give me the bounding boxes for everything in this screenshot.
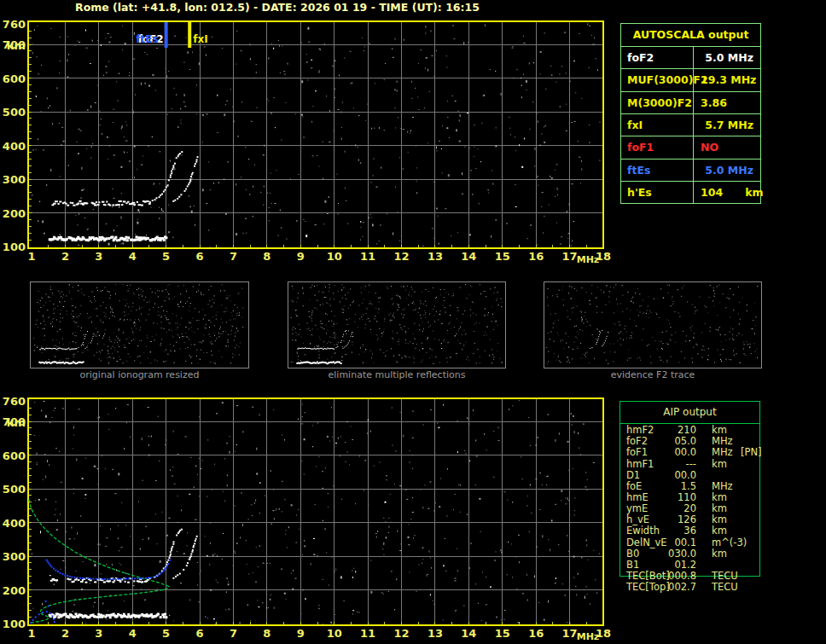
panel-eliminate-reflections <box>288 281 506 368</box>
aip-table-header: AIP output <box>620 402 759 424</box>
panel-caption-eliminate: eliminate multiple reflections <box>288 369 506 380</box>
svg-text:14: 14 <box>461 627 476 640</box>
autoscala-row-label: ftEs <box>627 160 650 182</box>
svg-text:500: 500 <box>3 106 26 119</box>
autoscala-row-ftEs: ftEs5.0 MHz <box>621 159 760 182</box>
aip-row-ymE: ymE20km <box>620 503 760 514</box>
svg-text:300: 300 <box>3 173 26 186</box>
aip-row-unit: km <box>712 492 727 503</box>
svg-text:17: 17 <box>562 250 578 263</box>
svg-text:12: 12 <box>393 250 409 263</box>
ionogram-trace <box>49 529 198 619</box>
svg-text:15: 15 <box>495 250 510 263</box>
panel-caption-evidence: evidence F2 trace <box>544 369 762 380</box>
svg-text:6: 6 <box>196 250 204 263</box>
autoscala-row-value: 3.86 <box>695 92 760 114</box>
axis-labels: 123456789101112131415161718MHz7607006005… <box>3 18 611 265</box>
panel-eliminate-reflections-image <box>288 282 503 366</box>
aip-row-val: --- <box>643 459 696 470</box>
svg-text:100: 100 <box>3 241 26 253</box>
svg-text:8: 8 <box>263 250 270 263</box>
svg-text:1: 1 <box>27 250 35 263</box>
aip-row-B0: B0030.0km <box>620 548 760 560</box>
aip-row-TEC[Top]: TEC[Top]002.7TECU <box>620 582 760 593</box>
aip-row-unit: MHz <box>712 481 733 492</box>
autoscala-row-value: 104 km <box>695 182 760 204</box>
aip-row-unit: m^(-3) <box>712 537 747 548</box>
aip-row-hmF2: hmF2210km <box>620 425 760 436</box>
svg-text:4: 4 <box>129 627 137 640</box>
aip-row-val: 00.0 <box>643 470 696 481</box>
aip-row-val: 210 <box>643 425 696 436</box>
aip-row-val: 1.5 <box>643 481 696 492</box>
autoscala-row-foF1: foF1NO <box>621 136 760 159</box>
svg-text:200: 200 <box>3 584 26 597</box>
aip-row-B1: B101.2 <box>620 560 760 571</box>
aip-row-unit: km <box>712 548 727 560</box>
aip-row-unit: km <box>712 514 727 525</box>
aip-row-val: 36 <box>643 525 696 537</box>
svg-text:13: 13 <box>428 627 443 640</box>
fxI-marker-label: fxI <box>193 33 207 45</box>
svg-text:500: 500 <box>3 483 26 496</box>
autoscala-row-MUF(3000)F2: MUF(3000)F219.3 MHz <box>621 68 760 91</box>
thumbnail-trace <box>296 330 352 364</box>
grid <box>29 22 602 247</box>
x-axis-unit: MHz <box>577 631 600 642</box>
thumbnail-noise <box>33 284 243 364</box>
aip-row-h_vE: h_vE126km <box>620 514 760 525</box>
svg-text:9: 9 <box>297 250 305 263</box>
aip-row-val: 002.7 <box>643 582 696 593</box>
aip-row-val: 126 <box>643 514 696 525</box>
panel-original-ionogram-image <box>31 282 247 366</box>
thumbnail-trace <box>38 331 94 364</box>
autoscala-row-value: 19.3 MHz <box>695 69 760 91</box>
bottom-ionogram-chart: 123456789101112131415161718MHz7607006005… <box>0 388 623 644</box>
autoscala-row-label: M(3000)F2 <box>627 92 692 114</box>
svg-text:7: 7 <box>230 250 237 263</box>
noise-layer <box>32 400 600 624</box>
aip-table-rows: hmF2210kmfoF205.0MHzfoF100.0MHz[PN]hmF1-… <box>620 425 760 595</box>
svg-text:16: 16 <box>528 627 544 640</box>
aip-row-hmF1: hmF1---km <box>620 459 760 470</box>
plot-frame <box>28 398 603 625</box>
svg-text:14: 14 <box>461 250 476 263</box>
thumbnail-noise <box>291 284 503 364</box>
svg-text:5: 5 <box>162 250 170 263</box>
aip-row-DelN_vE: DelN_vE00.1m^(-3) <box>620 537 760 548</box>
svg-text:760: 760 <box>3 18 26 31</box>
aip-row-D1: D100.0 <box>620 470 760 481</box>
aip-row-foF1: foF100.0MHz[PN] <box>620 447 760 458</box>
aip-row-unit: MHz <box>712 447 733 458</box>
aip-row-val: 00.0 <box>643 447 696 458</box>
panel-original-ionogram <box>30 281 249 368</box>
grid <box>29 399 602 624</box>
svg-text:1: 1 <box>27 627 35 640</box>
svg-text:6: 6 <box>196 627 204 640</box>
svg-text:5: 5 <box>162 627 170 640</box>
autoscala-row-foF2: foF25.0 MHz <box>621 46 760 69</box>
autoscala-row-value: 5.7 MHz <box>695 114 760 136</box>
panel-evidence-f2 <box>544 281 762 368</box>
svg-text:7: 7 <box>230 627 237 640</box>
aip-row-lbl: D1 <box>626 470 640 481</box>
svg-text:3: 3 <box>95 627 102 640</box>
aip-row-foF2: foF205.0MHz <box>620 436 760 447</box>
svg-text:3: 3 <box>95 250 102 263</box>
panel-caption-original: original ionogram resized <box>30 369 249 380</box>
svg-text:17: 17 <box>562 627 578 640</box>
y-axis-unit: km <box>7 39 26 52</box>
x-axis-unit: MHz <box>577 254 600 265</box>
y-axis-unit: km <box>7 416 26 429</box>
aip-row-foE: foE1.5MHz <box>620 481 760 492</box>
autoscala-screen: Rome (lat: +41.8, lon: 012.5) - DATE: 20… <box>0 0 826 644</box>
svg-text:15: 15 <box>495 627 510 640</box>
svg-text:11: 11 <box>360 250 375 263</box>
aip-row-note: [PN] <box>741 447 762 458</box>
autoscala-row-label: foF2 <box>627 47 654 69</box>
thumbnail-noise <box>546 285 758 364</box>
autoscala-row-value: NO <box>695 136 760 159</box>
svg-text:300: 300 <box>3 550 26 563</box>
autoscala-row-label: h'Es <box>627 182 652 204</box>
svg-text:600: 600 <box>3 450 26 462</box>
